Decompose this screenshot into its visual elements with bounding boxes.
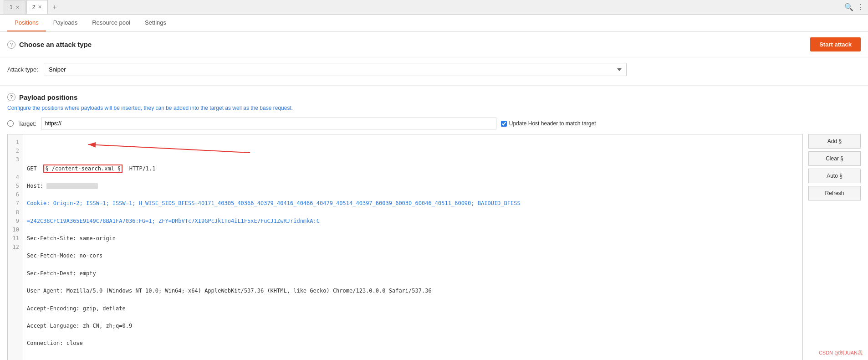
side-buttons: Add § Clear § Auto § Refresh <box>808 134 861 201</box>
code-line-6: Sec-Fetch-Dest: empty <box>27 269 798 278</box>
tab-1-label: 1 <box>10 4 13 10</box>
tab-1-close[interactable]: ✕ <box>15 5 20 10</box>
target-row: Target: Update Host header to match targ… <box>7 118 861 129</box>
search-icon[interactable]: 🔍 <box>844 3 853 11</box>
target-radio[interactable] <box>7 120 14 127</box>
editor-wrapper: 1 2 3 4 5 6 7 8 9 10 11 12 <box>7 134 803 360</box>
browser-tab-1[interactable]: 1 ✕ <box>4 0 26 14</box>
code-line-9: Accept-Language: zh-CN, zh;q=0.9 <box>27 322 798 330</box>
attack-type-title: Choose an attack type <box>19 41 92 48</box>
clear-section-button[interactable]: Clear § <box>808 151 861 166</box>
code-line-7: User-Agent: Mozilla/5.0 (Windows NT 10.0… <box>27 287 798 295</box>
code-line-5: Sec-Fetch-Mode: no-cors <box>27 252 798 260</box>
line-numbers: 1 2 3 4 5 6 7 8 9 10 11 12 <box>8 134 22 360</box>
tab-bar-actions: 🔍 ⋮ <box>844 3 864 11</box>
tab-bar: 1 ✕ 2 ✕ + 🔍 ⋮ <box>0 0 868 15</box>
editor-container: 1 2 3 4 5 6 7 8 9 10 11 12 <box>7 134 861 360</box>
tab-2-close[interactable]: ✕ <box>38 4 42 10</box>
code-highlight-get: § /content-search.xml § <box>43 165 123 173</box>
payload-positions-section: ? Payload positions Configure the positi… <box>0 86 868 360</box>
target-input[interactable] <box>41 118 496 129</box>
code-area[interactable]: GET § /content-search.xml § HTTP/1.1 Hos… <box>22 134 802 360</box>
svg-line-0 <box>88 144 250 153</box>
code-line-3: Cookie: Origin-2; ISSW=1; ISSW=1; H_WISE… <box>27 199 798 208</box>
tab-positions[interactable]: Positions <box>7 15 46 31</box>
payload-positions-desc: Configure the positions where payloads w… <box>7 105 861 111</box>
code-line-11 <box>27 357 798 360</box>
payload-positions-help-icon[interactable]: ? <box>7 93 15 101</box>
nav-tabs: Positions Payloads Resource pool Setting… <box>0 15 868 32</box>
refresh-button[interactable]: Refresh <box>808 186 861 201</box>
attack-type-label: Attack type: <box>7 66 38 73</box>
tab-payloads[interactable]: Payloads <box>46 15 85 31</box>
attack-type-section-header: ? Choose an attack type Start attack <box>0 32 868 57</box>
attack-type-row: Attack type: Sniper <box>0 57 868 85</box>
update-host-checkbox[interactable] <box>501 121 507 127</box>
target-label: Target: <box>18 120 36 127</box>
payload-section-title-row: ? Payload positions <box>7 93 861 101</box>
attack-type-select[interactable]: Sniper <box>44 63 627 76</box>
add-section-button[interactable]: Add § <box>808 134 861 149</box>
code-line-1: GET § /content-search.xml § HTTP/1.1 <box>27 165 798 173</box>
code-line-4: Sec-Fetch-Site: same-origin <box>27 234 798 243</box>
payload-positions-title: Payload positions <box>19 93 77 101</box>
browser-tab-2[interactable]: 2 ✕ <box>26 0 48 14</box>
tab-resource-pool[interactable]: Resource pool <box>85 15 138 31</box>
attack-type-help-icon[interactable]: ? <box>7 41 15 49</box>
tab-2-label: 2 <box>32 4 36 10</box>
code-line-8: Accept-Encoding: gzip, deflate <box>27 304 798 313</box>
update-host-label: Update Host header to match target <box>501 120 596 127</box>
new-tab-button[interactable]: + <box>49 3 60 11</box>
main-content: ? Choose an attack type Start attack Att… <box>0 32 868 360</box>
tab-settings[interactable]: Settings <box>138 15 174 31</box>
code-line-10: Connection: close <box>27 339 798 348</box>
auto-section-button[interactable]: Auto § <box>808 169 861 183</box>
section-title-row: ? Choose an attack type <box>7 41 92 49</box>
editor-content: 1 2 3 4 5 6 7 8 9 10 11 12 <box>8 134 802 360</box>
code-line-2: Host: <box>27 182 798 190</box>
watermark: CSDN @刘JUAN我 <box>819 350 863 356</box>
code-line-3b: =242C38CFC19A365E9149C78BA1FA7036:FG=1; … <box>27 217 798 226</box>
start-attack-button[interactable]: Start attack <box>810 37 861 51</box>
menu-icon[interactable]: ⋮ <box>857 3 864 11</box>
